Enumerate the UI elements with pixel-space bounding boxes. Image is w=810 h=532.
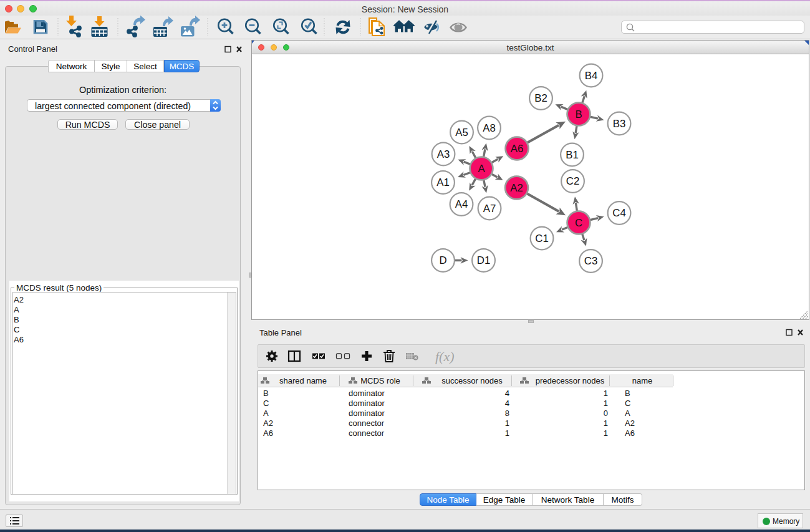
- svg-text:MCDS role: MCDS role: [360, 376, 400, 385]
- svg-text:D: D: [439, 254, 446, 266]
- svg-text:A3: A3: [437, 148, 450, 160]
- svg-text:B2: B2: [534, 92, 547, 104]
- svg-text:1: 1: [604, 418, 608, 428]
- svg-text:B3: B3: [613, 118, 626, 130]
- svg-text:connector: connector: [349, 428, 385, 438]
- svg-text:A2: A2: [625, 418, 635, 428]
- svg-text:A6: A6: [263, 428, 273, 438]
- svg-text:B4: B4: [585, 70, 598, 82]
- svg-text:dominator: dominator: [349, 389, 385, 398]
- svg-text:1: 1: [604, 399, 608, 408]
- svg-text:successor nodes: successor nodes: [441, 376, 503, 385]
- svg-text:name: name: [632, 376, 653, 385]
- svg-text:D1: D1: [477, 254, 490, 266]
- svg-text:C: C: [575, 217, 582, 229]
- svg-text:4: 4: [505, 399, 509, 408]
- svg-text:A2: A2: [263, 418, 273, 428]
- svg-text:C3: C3: [584, 255, 597, 267]
- svg-text:A2: A2: [510, 182, 523, 194]
- svg-text:C4: C4: [612, 207, 625, 219]
- svg-text:B: B: [625, 389, 630, 398]
- svg-text:f(x): f(x): [435, 349, 455, 364]
- svg-text:C1: C1: [535, 233, 548, 244]
- svg-text:1: 1: [505, 418, 509, 428]
- svg-text:1: 1: [505, 428, 509, 438]
- svg-text:A6: A6: [511, 143, 524, 155]
- svg-text:8: 8: [505, 409, 509, 418]
- svg-text:C: C: [263, 399, 269, 408]
- svg-text:A: A: [263, 409, 269, 418]
- svg-text:A7: A7: [483, 203, 496, 215]
- svg-text:dominator: dominator: [349, 409, 385, 418]
- svg-text:A8: A8: [483, 122, 496, 134]
- svg-text:A5: A5: [455, 127, 468, 138]
- svg-text:A4: A4: [455, 198, 468, 210]
- svg-text:A1: A1: [436, 177, 450, 188]
- svg-text:B: B: [263, 389, 269, 398]
- svg-text:C2: C2: [566, 175, 579, 187]
- svg-text:1: 1: [604, 428, 608, 438]
- svg-text:A: A: [625, 409, 630, 418]
- svg-text:shared name: shared name: [279, 376, 327, 385]
- svg-text:1: 1: [604, 389, 608, 398]
- svg-text:B: B: [575, 109, 582, 120]
- svg-text:B1: B1: [566, 149, 579, 161]
- svg-text:A: A: [478, 163, 485, 175]
- svg-text:4: 4: [505, 389, 509, 398]
- svg-text:0: 0: [604, 409, 608, 418]
- svg-text:C: C: [625, 399, 630, 408]
- svg-text:connector: connector: [349, 418, 385, 428]
- svg-text:predecessor nodes: predecessor nodes: [536, 376, 605, 385]
- svg-text:dominator: dominator: [349, 399, 385, 408]
- svg-text:A6: A6: [625, 428, 635, 438]
